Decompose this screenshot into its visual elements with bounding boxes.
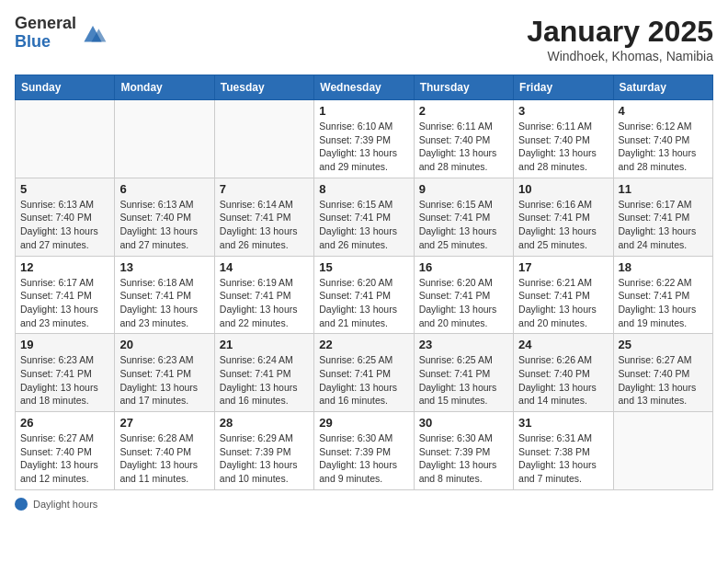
day-number: 14 bbox=[220, 260, 309, 274]
calendar-cell: 28Sunrise: 6:29 AM Sunset: 7:39 PM Dayli… bbox=[214, 412, 313, 490]
calendar-cell: 3Sunrise: 6:11 AM Sunset: 7:40 PM Daylig… bbox=[514, 100, 613, 178]
calendar-cell: 24Sunrise: 6:26 AM Sunset: 7:40 PM Dayli… bbox=[514, 334, 613, 412]
day-info: Sunrise: 6:30 AM Sunset: 7:39 PM Dayligh… bbox=[319, 431, 408, 486]
calendar-cell: 30Sunrise: 6:30 AM Sunset: 7:39 PM Dayli… bbox=[414, 412, 513, 490]
day-number: 29 bbox=[319, 416, 408, 430]
logo-blue-text: Blue bbox=[15, 33, 76, 52]
calendar-cell: 7Sunrise: 6:14 AM Sunset: 7:41 PM Daylig… bbox=[214, 178, 313, 256]
day-number: 10 bbox=[518, 182, 608, 196]
calendar-cell: 2Sunrise: 6:11 AM Sunset: 7:40 PM Daylig… bbox=[414, 100, 513, 178]
day-info: Sunrise: 6:23 AM Sunset: 7:41 PM Dayligh… bbox=[119, 353, 209, 408]
location: Windhoek, Khomas, Namibia bbox=[527, 49, 713, 63]
day-number: 13 bbox=[119, 260, 209, 274]
day-number: 1 bbox=[319, 104, 408, 118]
day-number: 11 bbox=[619, 182, 708, 196]
day-info: Sunrise: 6:13 AM Sunset: 7:40 PM Dayligh… bbox=[119, 198, 209, 252]
calendar-cell bbox=[214, 100, 313, 178]
day-info: Sunrise: 6:21 AM Sunset: 7:41 PM Dayligh… bbox=[518, 276, 608, 330]
calendar-cell: 10Sunrise: 6:16 AM Sunset: 7:41 PM Dayli… bbox=[514, 178, 613, 256]
day-number: 9 bbox=[419, 182, 508, 196]
calendar-cell: 6Sunrise: 6:13 AM Sunset: 7:40 PM Daylig… bbox=[115, 178, 214, 256]
day-number: 20 bbox=[119, 338, 209, 351]
day-info: Sunrise: 6:31 AM Sunset: 7:38 PM Dayligh… bbox=[518, 431, 608, 486]
calendar-cell: 27Sunrise: 6:28 AM Sunset: 7:40 PM Dayli… bbox=[115, 412, 214, 490]
day-number: 25 bbox=[619, 338, 708, 351]
calendar-cell: 4Sunrise: 6:12 AM Sunset: 7:40 PM Daylig… bbox=[613, 100, 712, 178]
title-area: January 2025 Windhoek, Khomas, Namibia bbox=[527, 15, 713, 63]
calendar-cell: 26Sunrise: 6:27 AM Sunset: 7:40 PM Dayli… bbox=[16, 412, 115, 490]
calendar-day-header: Tuesday bbox=[214, 75, 313, 100]
day-number: 6 bbox=[119, 182, 209, 196]
calendar-cell: 9Sunrise: 6:15 AM Sunset: 7:41 PM Daylig… bbox=[414, 178, 513, 256]
day-number: 4 bbox=[619, 104, 708, 118]
day-number: 15 bbox=[319, 260, 408, 274]
calendar-day-header: Monday bbox=[115, 75, 214, 100]
day-info: Sunrise: 6:14 AM Sunset: 7:41 PM Dayligh… bbox=[220, 198, 309, 252]
day-number: 26 bbox=[20, 416, 109, 430]
day-info: Sunrise: 6:15 AM Sunset: 7:41 PM Dayligh… bbox=[319, 198, 408, 252]
calendar-day-header: Thursday bbox=[414, 75, 513, 100]
day-number: 3 bbox=[518, 104, 608, 118]
day-info: Sunrise: 6:27 AM Sunset: 7:40 PM Dayligh… bbox=[619, 353, 708, 408]
day-info: Sunrise: 6:20 AM Sunset: 7:41 PM Dayligh… bbox=[419, 276, 508, 330]
month-title: January 2025 bbox=[527, 15, 713, 49]
calendar-cell: 19Sunrise: 6:23 AM Sunset: 7:41 PM Dayli… bbox=[16, 334, 115, 412]
calendar-body: 1Sunrise: 6:10 AM Sunset: 7:39 PM Daylig… bbox=[16, 100, 713, 490]
day-info: Sunrise: 6:26 AM Sunset: 7:40 PM Dayligh… bbox=[518, 353, 608, 408]
day-info: Sunrise: 6:16 AM Sunset: 7:41 PM Dayligh… bbox=[518, 198, 608, 252]
calendar-week-row: 12Sunrise: 6:17 AM Sunset: 7:41 PM Dayli… bbox=[16, 256, 713, 334]
calendar-day-header: Friday bbox=[514, 75, 613, 100]
day-info: Sunrise: 6:12 AM Sunset: 7:40 PM Dayligh… bbox=[619, 120, 708, 174]
logo: General Blue bbox=[15, 15, 108, 52]
daylight-label: Daylight hours bbox=[33, 499, 97, 510]
day-number: 19 bbox=[20, 338, 109, 351]
day-number: 24 bbox=[518, 338, 608, 351]
calendar-cell: 8Sunrise: 6:15 AM Sunset: 7:41 PM Daylig… bbox=[314, 178, 414, 256]
day-number: 21 bbox=[220, 338, 309, 351]
calendar-cell: 20Sunrise: 6:23 AM Sunset: 7:41 PM Dayli… bbox=[115, 334, 214, 412]
calendar-cell: 25Sunrise: 6:27 AM Sunset: 7:40 PM Dayli… bbox=[613, 334, 712, 412]
calendar-day-header: Sunday bbox=[16, 75, 115, 100]
day-number: 18 bbox=[619, 260, 708, 274]
calendar-cell bbox=[16, 100, 115, 178]
calendar-week-row: 1Sunrise: 6:10 AM Sunset: 7:39 PM Daylig… bbox=[16, 100, 713, 178]
calendar-cell: 18Sunrise: 6:22 AM Sunset: 7:41 PM Dayli… bbox=[613, 256, 712, 334]
day-number: 17 bbox=[518, 260, 608, 274]
day-info: Sunrise: 6:28 AM Sunset: 7:40 PM Dayligh… bbox=[119, 431, 209, 486]
day-info: Sunrise: 6:29 AM Sunset: 7:39 PM Dayligh… bbox=[220, 431, 309, 486]
calendar-cell: 23Sunrise: 6:25 AM Sunset: 7:41 PM Dayli… bbox=[414, 334, 513, 412]
calendar-cell bbox=[613, 412, 712, 490]
day-number: 5 bbox=[20, 182, 109, 196]
day-info: Sunrise: 6:13 AM Sunset: 7:40 PM Dayligh… bbox=[20, 198, 109, 252]
day-number: 12 bbox=[20, 260, 109, 274]
calendar-cell: 13Sunrise: 6:18 AM Sunset: 7:41 PM Dayli… bbox=[115, 256, 214, 334]
day-info: Sunrise: 6:19 AM Sunset: 7:41 PM Dayligh… bbox=[220, 276, 309, 330]
logo-icon bbox=[78, 18, 108, 48]
calendar-cell: 21Sunrise: 6:24 AM Sunset: 7:41 PM Dayli… bbox=[214, 334, 313, 412]
calendar-cell: 15Sunrise: 6:20 AM Sunset: 7:41 PM Dayli… bbox=[314, 256, 414, 334]
day-number: 16 bbox=[419, 260, 508, 274]
calendar-cell: 16Sunrise: 6:20 AM Sunset: 7:41 PM Dayli… bbox=[414, 256, 513, 334]
day-info: Sunrise: 6:17 AM Sunset: 7:41 PM Dayligh… bbox=[20, 276, 109, 330]
calendar-week-row: 19Sunrise: 6:23 AM Sunset: 7:41 PM Dayli… bbox=[16, 334, 713, 412]
day-info: Sunrise: 6:18 AM Sunset: 7:41 PM Dayligh… bbox=[119, 276, 209, 330]
page-header: General Blue January 2025 Windhoek, Khom… bbox=[15, 15, 713, 63]
day-number: 8 bbox=[319, 182, 408, 196]
logo-general-text: General bbox=[15, 15, 76, 33]
calendar-cell: 22Sunrise: 6:25 AM Sunset: 7:41 PM Dayli… bbox=[314, 334, 414, 412]
day-number: 2 bbox=[419, 104, 508, 118]
footer-note: Daylight hours bbox=[15, 498, 713, 511]
calendar-cell: 11Sunrise: 6:17 AM Sunset: 7:41 PM Dayli… bbox=[613, 178, 712, 256]
day-number: 22 bbox=[319, 338, 408, 351]
calendar-day-header: Saturday bbox=[613, 75, 712, 100]
day-info: Sunrise: 6:10 AM Sunset: 7:39 PM Dayligh… bbox=[319, 120, 408, 174]
calendar-cell: 31Sunrise: 6:31 AM Sunset: 7:38 PM Dayli… bbox=[514, 412, 613, 490]
day-number: 27 bbox=[119, 416, 209, 430]
day-number: 7 bbox=[220, 182, 309, 196]
calendar-day-header: Wednesday bbox=[314, 75, 414, 100]
day-info: Sunrise: 6:11 AM Sunset: 7:40 PM Dayligh… bbox=[518, 120, 608, 174]
calendar-cell: 17Sunrise: 6:21 AM Sunset: 7:41 PM Dayli… bbox=[514, 256, 613, 334]
calendar-cell: 29Sunrise: 6:30 AM Sunset: 7:39 PM Dayli… bbox=[314, 412, 414, 490]
day-number: 23 bbox=[419, 338, 508, 351]
daylight-icon bbox=[15, 498, 28, 511]
